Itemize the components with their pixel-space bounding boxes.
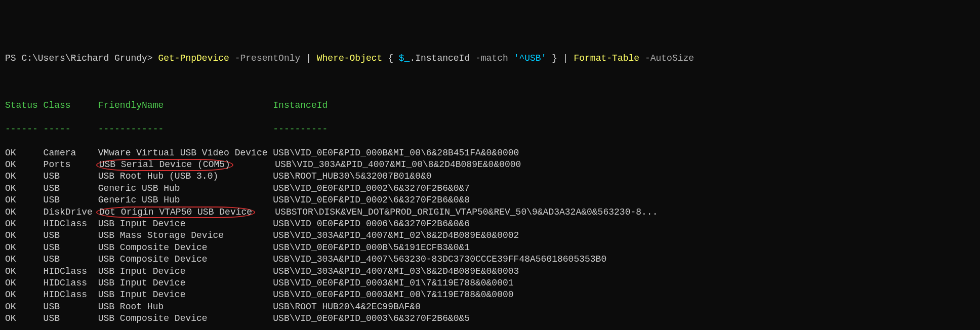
friendly-name: Dot Origin VTAP50 USB Device <box>98 207 275 217</box>
friendly-name: USB Root Hub <box>98 302 273 312</box>
table-row: OK HIDClass USB Input Device USB\VID_303… <box>5 266 975 277</box>
cmdlet-formattable: Format-Table <box>574 53 644 63</box>
instance-id: USB\VID_0E0F&PID_000B&MI_00\6&28B451FA&0… <box>273 148 519 158</box>
table-row: OK HIDClass USB Input Device USB\VID_0E0… <box>5 289 975 301</box>
friendly-name: USB Input Device <box>98 219 273 229</box>
table-row: OK HIDClass USB Input Device USB\VID_0E0… <box>5 277 975 289</box>
friendly-name: USB Input Device <box>98 266 273 276</box>
param-presentonly: -PresentOnly <box>229 53 306 63</box>
param-autosize: -AutoSize <box>645 53 694 63</box>
table-row: OK USB Generic USB Hub USB\VID_0E0F&PID_… <box>5 194 975 206</box>
table-row: OK Ports USB Serial Device (COM5) USB\VI… <box>5 159 975 171</box>
friendly-name: USB Composite Device <box>98 313 273 323</box>
cmdlet-whereobject: Where-Object <box>317 53 388 63</box>
table-row: OK DiskDrive Dot Origin VTAP50 USB Devic… <box>5 207 975 218</box>
instance-id: USB\VID_0E0F&PID_0003&MI_00\7&119E788&0&… <box>273 290 513 300</box>
instance-id: USB\VID_303A&PID_4007\563230-83DC3730CCC… <box>273 254 606 264</box>
table-divider-row: ------ ----- ------------ ---------- <box>5 123 975 135</box>
instance-id: USB\ROOT_HUB20\4&2EC99BAF&0 <box>273 302 421 312</box>
instance-id: USB\VID_0E0F&PID_0002\6&3270F2B6&0&7 <box>273 183 470 193</box>
table-row: OK USB USB Composite Device USB\VID_0E0F… <box>5 313 975 324</box>
friendly-name: USB Mass Storage Device <box>98 230 273 240</box>
highlight-circle: USB Serial Device (COM5) <box>96 159 233 171</box>
instance-id: USB\VID_303A&PID_4007&MI_03\8&2D4B089E&0… <box>273 266 519 276</box>
friendly-name: USB Composite Device <box>98 254 273 264</box>
property: .InstanceId <box>410 53 475 63</box>
instance-id: USB\VID_0E0F&PID_0003\6&3270F2B6&0&5 <box>273 313 470 323</box>
friendly-name: USB Serial Device (COM5) <box>98 159 275 170</box>
instance-id: USB\VID_303A&PID_4007&MI_00\8&2D4B089E&0… <box>275 159 521 170</box>
string-usb: '^USB' <box>514 53 547 63</box>
blank-line <box>5 76 975 88</box>
instance-id: USB\VID_303A&PID_4007&MI_02\8&2D4B089E&0… <box>273 230 519 240</box>
instance-id: USBSTOR\DISK&VEN_DOT&PROD_ORIGIN_VTAP50&… <box>275 207 658 217</box>
autovar: $_ <box>399 53 410 63</box>
table-row: OK HIDClass USB Input Device USB\VID_0E0… <box>5 218 975 230</box>
friendly-name: USB Root Hub (USB 3.0) <box>98 171 273 181</box>
friendly-name: Generic USB Hub <box>98 183 273 193</box>
table-row: OK USB Generic USB Hub USB\VID_0E0F&PID_… <box>5 183 975 194</box>
instance-id: USB\VID_0E0F&PID_0006\6&3270F2B6&0&6 <box>273 219 470 229</box>
friendly-name: USB Input Device <box>98 278 273 288</box>
instance-id: USB\ROOT_HUB30\5&32007B01&0&0 <box>273 171 431 181</box>
instance-id: USB\VID_0E0F&PID_0003&MI_01\7&119E788&0&… <box>273 278 513 288</box>
table-row: OK USB USB Mass Storage Device USB\VID_3… <box>5 230 975 241</box>
table-row: OK Camera VMware Virtual USB Video Devic… <box>5 147 975 159</box>
friendly-name: USB Input Device <box>98 290 273 300</box>
table-header-row: Status Class FriendlyName InstanceId <box>5 100 975 111</box>
command-line-1[interactable]: PS C:\Users\Richard Grundy> Get-PnpDevic… <box>5 53 975 64</box>
cmdlet-getpnp: Get-PnpDevice <box>158 53 229 63</box>
friendly-name: Generic USB Hub <box>98 195 273 205</box>
friendly-name: VMware Virtual USB Video Device <box>98 148 273 158</box>
friendly-name: USB Composite Device <box>98 242 273 253</box>
instance-id: USB\VID_0E0F&PID_000B\5&191ECFB3&0&1 <box>273 242 470 253</box>
pipe-2: | <box>563 53 574 63</box>
table-row: OK USB USB Composite Device USB\VID_303A… <box>5 254 975 265</box>
table-row: OK USB USB Root Hub (USB 3.0) USB\ROOT_H… <box>5 171 975 182</box>
instance-id: USB\VID_0E0F&PID_0002\6&3270F2B6&0&8 <box>273 195 470 205</box>
highlight-circle: Dot Origin VTAP50 USB Device <box>96 207 255 219</box>
table-row: OK USB USB Composite Device USB\VID_0E0F… <box>5 242 975 254</box>
brace-open: { <box>388 53 399 63</box>
operator-match: -match <box>475 53 514 63</box>
ps-prompt: PS C:\Users\Richard Grundy> <box>5 53 158 63</box>
pipe-1: | <box>306 53 317 63</box>
table-row: OK USB USB Root Hub USB\ROOT_HUB20\4&2EC… <box>5 301 975 313</box>
brace-close: } <box>546 53 562 63</box>
